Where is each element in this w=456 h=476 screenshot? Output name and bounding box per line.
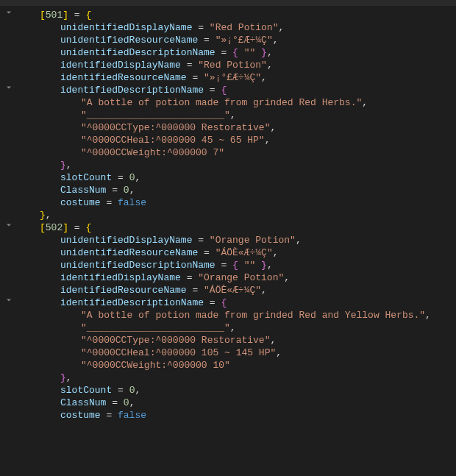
code-line: unidentifiedDescriptionName = { "" },	[19, 46, 456, 59]
code-line: [502] = {	[19, 221, 456, 234]
code-line: slotCount = 0,	[19, 384, 456, 397]
code-line: },	[19, 159, 456, 171]
code-line: "^0000CCHeal:^000000 45 ~ 65 HP",	[19, 134, 456, 146]
code-line: "^0000CCType:^000000 Restorative",	[19, 334, 456, 347]
fold-toggle[interactable]	[0, 6, 18, 18]
code-line: "________________________",	[19, 109, 456, 121]
code-line: ClassNum = 0,	[19, 397, 456, 409]
code-line: costume = false	[19, 196, 456, 209]
fold-toggle[interactable]	[0, 219, 18, 231]
code-line: unidentifiedDisplayName = "Orange Potion…	[19, 234, 456, 246]
code-line: unidentifiedResourceName = "»¡°£Æ÷¼Ç",	[19, 34, 456, 46]
code-line: identifiedDescriptionName = {	[19, 84, 456, 96]
code-line: "^0000CCWeight:^000000 7"	[19, 146, 456, 159]
code-line: identifiedResourceName = "ÁÖÈ«Æ÷¼Ç",	[19, 284, 456, 296]
code-line: identifiedDescriptionName = {	[19, 296, 456, 309]
code-line: identifiedResourceName = "»¡°£Æ÷¼Ç",	[19, 71, 456, 84]
code-line: unidentifiedResourceName = "ÁÖÈ«Æ÷¼Ç",	[19, 246, 456, 259]
fold-toggle[interactable]	[0, 81, 18, 93]
fold-gutter	[0, 6, 18, 476]
code-line: identifiedDisplayName = "Orange Potion",	[19, 271, 456, 284]
code-line: "________________________",	[19, 322, 456, 334]
code-line: "^0000CCHeal:^000000 105 ~ 145 HP",	[19, 347, 456, 359]
code-line: ClassNum = 0,	[19, 184, 456, 196]
fold-toggle[interactable]	[0, 294, 18, 306]
code-line: "A bottle of potion made from grinded Re…	[19, 309, 456, 322]
code-line: },	[19, 209, 456, 221]
code-line: "^0000CCWeight:^000000 10"	[19, 359, 456, 372]
code-line: "^0000CCType:^000000 Restorative",	[19, 121, 456, 134]
code-line: costume = false	[19, 409, 456, 422]
code-line: },	[19, 372, 456, 384]
code-line: "A bottle of potion made from grinded Re…	[19, 96, 456, 109]
code-line: identifiedDisplayName = "Red Potion",	[19, 59, 456, 71]
code-line: [501] = {	[19, 9, 456, 21]
horizontal-scrollbar-track[interactable]	[0, 0, 456, 6]
code-line: slotCount = 0,	[19, 171, 456, 184]
code-line: unidentifiedDescriptionName = { "" },	[19, 259, 456, 271]
code-line: unidentifiedDisplayName = "Red Potion",	[19, 21, 456, 34]
code-content[interactable]: [501] = { unidentifiedDisplayName = "Red…	[18, 6, 456, 476]
code-editor: [501] = { unidentifiedDisplayName = "Red…	[0, 6, 456, 476]
